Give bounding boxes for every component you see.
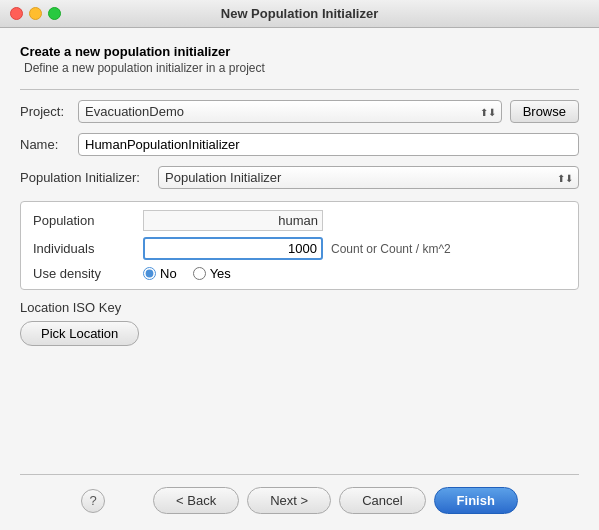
project-select-wrapper: EvacuationDemo ⬆⬇: [78, 100, 502, 123]
project-select[interactable]: EvacuationDemo: [78, 100, 502, 123]
spacer: [20, 356, 579, 474]
close-button[interactable]: [10, 7, 23, 20]
pick-location-button[interactable]: Pick Location: [20, 321, 139, 346]
individuals-unit: Count or Count / km^2: [331, 242, 451, 256]
use-density-label: Use density: [33, 266, 143, 281]
section-subtitle: Define a new population initializer in a…: [20, 61, 579, 75]
individuals-row: Individuals Count or Count / km^2: [33, 237, 566, 260]
project-label: Project:: [20, 104, 70, 119]
density-radio-group: No Yes: [143, 266, 231, 281]
population-row: Population human: [33, 210, 566, 231]
finish-button[interactable]: Finish: [434, 487, 518, 514]
location-iso-label: Location ISO Key: [20, 300, 579, 315]
section-title: Create a new population initializer: [20, 44, 579, 59]
individuals-label: Individuals: [33, 241, 143, 256]
dialog-body: Create a new population initializer Defi…: [0, 28, 599, 530]
titlebar: New Population Initializer: [0, 0, 599, 28]
footer: ? < Back Next > Cancel Finish: [20, 487, 579, 514]
section-header: Create a new population initializer Defi…: [20, 44, 579, 75]
radio-no-input[interactable]: [143, 267, 156, 280]
population-label: Population: [33, 213, 143, 228]
separator-1: [20, 89, 579, 90]
use-density-row: Use density No Yes: [33, 266, 566, 281]
inner-form: Population human Individuals Count or Co…: [20, 201, 579, 290]
window-controls: [10, 7, 61, 20]
pop-init-select[interactable]: Population Initializer: [158, 166, 579, 189]
individuals-input[interactable]: [143, 237, 323, 260]
cancel-button[interactable]: Cancel: [339, 487, 425, 514]
back-button[interactable]: < Back: [153, 487, 239, 514]
radio-no-item[interactable]: No: [143, 266, 177, 281]
footer-separator: [20, 474, 579, 475]
help-button[interactable]: ?: [81, 489, 105, 513]
window-title: New Population Initializer: [221, 6, 378, 21]
pop-init-row: Population Initializer: Population Initi…: [20, 166, 579, 189]
pop-init-label: Population Initializer:: [20, 170, 150, 185]
minimize-button[interactable]: [29, 7, 42, 20]
name-label: Name:: [20, 137, 70, 152]
browse-button[interactable]: Browse: [510, 100, 579, 123]
radio-yes-item[interactable]: Yes: [193, 266, 231, 281]
maximize-button[interactable]: [48, 7, 61, 20]
project-row: Project: EvacuationDemo ⬆⬇ Browse: [20, 100, 579, 123]
name-input[interactable]: [78, 133, 579, 156]
pop-init-select-wrapper: Population Initializer ⬆⬇: [158, 166, 579, 189]
population-value: human: [143, 210, 323, 231]
location-section: Location ISO Key Pick Location: [20, 300, 579, 346]
radio-yes-input[interactable]: [193, 267, 206, 280]
radio-yes-label: Yes: [210, 266, 231, 281]
name-row: Name:: [20, 133, 579, 156]
radio-no-label: No: [160, 266, 177, 281]
next-button[interactable]: Next >: [247, 487, 331, 514]
